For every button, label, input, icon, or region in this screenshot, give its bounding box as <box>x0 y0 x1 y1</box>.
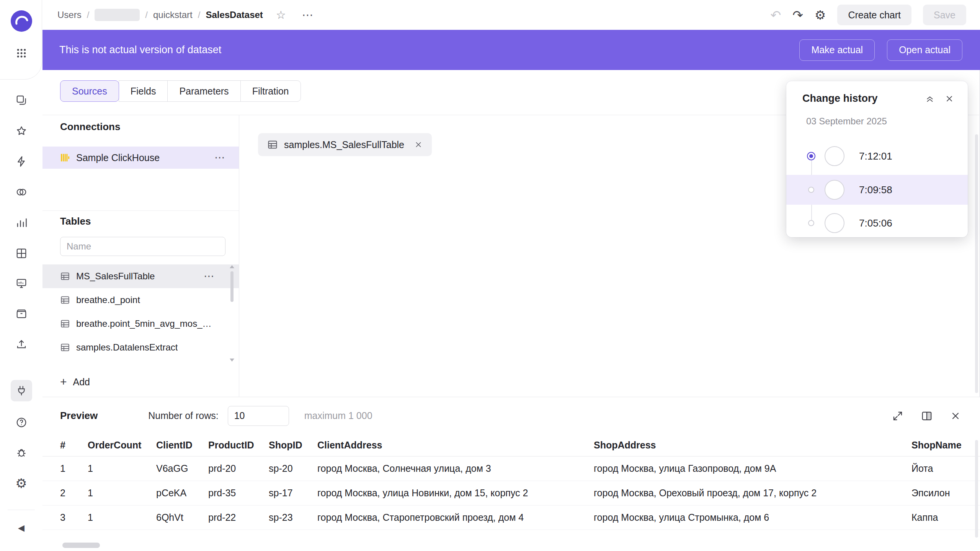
connection-more-icon[interactable]: ⋯ <box>214 152 225 163</box>
table-list-item[interactable]: breathe.d_point <box>42 288 239 312</box>
preview-section: Preview Number of rows: maximum 1 000 # … <box>42 397 980 551</box>
dashboards-grid-icon[interactable] <box>11 243 32 264</box>
datasets-circles-icon[interactable] <box>11 181 32 203</box>
cell: Йота <box>911 463 972 474</box>
cell: 1 <box>88 487 156 499</box>
table-list-scrollbar[interactable] <box>229 265 235 362</box>
cell: город Москва, улица Стромынка, дом 6 <box>594 512 911 523</box>
cell: 1 <box>88 512 156 523</box>
scroll-thumb[interactable] <box>230 271 234 302</box>
table-row: 1 1 V6aGG prd-20 sp-20 город Москва, Сол… <box>42 456 980 481</box>
save-button[interactable]: Save <box>923 5 966 25</box>
undo-icon[interactable]: ↶ <box>771 9 781 21</box>
table-more-icon[interactable]: ⋯ <box>204 271 214 282</box>
open-actual-button[interactable]: Open actual <box>887 39 962 61</box>
cell: город Москва, улица Газопровод, дом 9А <box>594 463 911 474</box>
scroll-up-icon[interactable] <box>230 265 234 268</box>
expand-icon[interactable] <box>892 410 903 422</box>
breadcrumb-hidden-segment[interactable] <box>95 9 140 21</box>
more-actions-icon[interactable]: ⋯ <box>302 9 314 21</box>
canvas-vertical-scrollbar[interactable] <box>975 134 978 393</box>
create-chart-button[interactable]: Create chart <box>837 5 911 25</box>
collapse-chevrons-icon[interactable] <box>925 94 935 104</box>
table-list-item[interactable]: MS_SalesFullTable ⋯ <box>42 264 239 288</box>
favorite-star-icon[interactable]: ☆ <box>276 10 286 21</box>
radio-unselected-icon[interactable] <box>808 187 814 193</box>
datalens-logo-icon[interactable] <box>10 10 33 34</box>
source-panel: Connections Sample ClickHouse ⋯ Tables M… <box>42 115 239 397</box>
rows-count-input[interactable] <box>228 406 289 426</box>
cell: Каппа <box>911 512 972 523</box>
scroll-down-icon[interactable] <box>230 359 234 362</box>
left-rail: ⚙ ◀ <box>0 0 42 551</box>
history-entry[interactable]: 7:12:01 <box>786 141 968 171</box>
connection-item-sample-clickhouse[interactable]: Sample ClickHouse ⋯ <box>42 147 239 169</box>
close-preview-icon[interactable] <box>950 411 961 421</box>
help-question-icon[interactable] <box>11 412 32 433</box>
horizontal-scrollbar[interactable] <box>62 543 100 548</box>
column-header: OrderCount <box>88 440 156 451</box>
close-history-icon[interactable] <box>945 94 954 103</box>
cell: 3 <box>60 512 88 523</box>
column-header: ClientAddress <box>317 440 594 451</box>
top-header: Users / / quickstart / SalesDataset ☆ ⋯ … <box>42 0 980 30</box>
table-icon <box>60 271 70 281</box>
export-upload-icon[interactable] <box>11 334 32 355</box>
version-banner: This is not actual version of dataset Ma… <box>42 30 980 70</box>
banner-actions: Make actual Open actual <box>799 39 962 61</box>
history-entry[interactable]: 7:05:06 <box>786 208 968 238</box>
cell: pCeKA <box>156 487 208 499</box>
collections-icon[interactable] <box>11 90 32 111</box>
collapse-rail-icon[interactable]: ◀ <box>11 517 32 539</box>
add-label: Add <box>73 377 90 388</box>
table-list-item[interactable]: samples.DatalensExtract <box>42 336 239 359</box>
source-chip[interactable]: samples.MS_SalesFullTable <box>258 133 432 156</box>
change-history-panel: Change history 03 September 2025 7:12:01… <box>786 81 968 237</box>
preview-title: Preview <box>60 410 98 422</box>
tab-fields[interactable]: Fields <box>119 80 168 102</box>
history-date: 03 September 2025 <box>806 116 968 127</box>
dataset-settings-gear-icon[interactable]: ⚙ <box>815 9 826 21</box>
tables-title: Tables <box>60 215 91 227</box>
tab-filtration[interactable]: Filtration <box>240 80 301 102</box>
column-header: ShopAddress <box>594 440 911 451</box>
preview-table-header: # OrderCount ClientID ProductID ShopID C… <box>42 434 980 456</box>
preview-vertical-scrollbar[interactable] <box>975 440 978 538</box>
max-rows-hint: maximum 1 000 <box>304 410 372 421</box>
breadcrumb: Users / / quickstart / SalesDataset ☆ ⋯ <box>57 9 314 21</box>
tab-parameters[interactable]: Parameters <box>167 80 240 102</box>
chip-close-icon[interactable] <box>414 140 423 149</box>
table-list-item[interactable]: breathe.point_5min_avg_mos_s... <box>42 312 239 336</box>
breadcrumb-quickstart[interactable]: quickstart <box>153 10 193 20</box>
add-table-button[interactable]: + Add <box>60 376 90 388</box>
storage-box-icon[interactable] <box>11 303 32 324</box>
split-pane-icon[interactable] <box>921 410 933 422</box>
presentations-monitor-icon[interactable] <box>11 272 32 294</box>
history-time: 7:12:01 <box>859 150 892 162</box>
settings-gear-icon[interactable]: ⚙ <box>11 473 32 494</box>
tab-sources[interactable]: Sources <box>60 80 119 102</box>
debug-bug-icon[interactable] <box>11 442 32 463</box>
editor-zap-icon[interactable] <box>11 151 32 172</box>
connections-plug-icon[interactable] <box>11 380 32 401</box>
cell: prd-35 <box>208 487 269 499</box>
connection-name: Sample ClickHouse <box>76 152 160 163</box>
favorites-star-icon[interactable] <box>11 120 32 142</box>
charts-bar-icon[interactable] <box>11 212 32 233</box>
make-actual-button[interactable]: Make actual <box>799 39 875 61</box>
apps-grid-icon[interactable] <box>11 42 32 64</box>
history-time: 7:09:58 <box>859 184 892 196</box>
history-entry[interactable]: 7:09:58 <box>786 175 968 205</box>
redo-icon[interactable]: ↷ <box>792 9 803 21</box>
radio-selected-icon[interactable] <box>807 152 815 160</box>
table-icon <box>60 295 70 305</box>
breadcrumb-users[interactable]: Users <box>57 10 82 20</box>
radio-unselected-icon[interactable] <box>808 220 814 226</box>
history-time: 7:05:06 <box>859 217 892 229</box>
table-search-input[interactable] <box>60 237 225 256</box>
cell: 2 <box>60 487 88 499</box>
header-actions: ↶ ↷ ⚙ Create chart Save <box>771 5 966 25</box>
preview-icons <box>892 410 961 422</box>
cell: V6aGG <box>156 463 208 474</box>
cell: 1 <box>60 463 88 474</box>
